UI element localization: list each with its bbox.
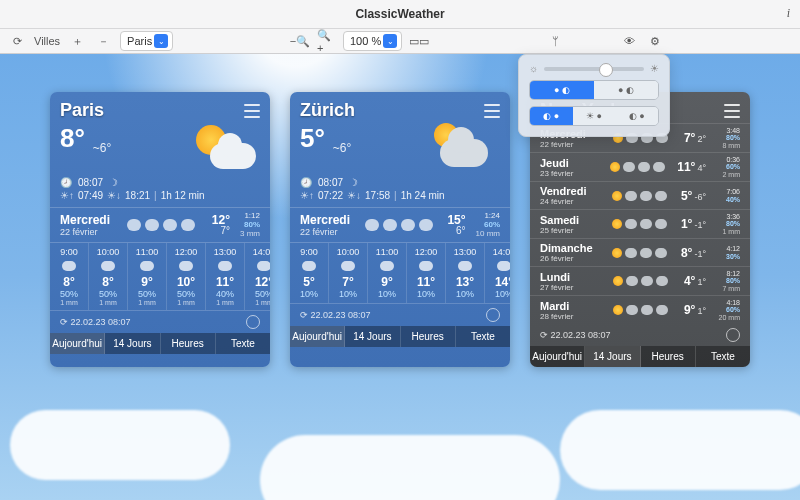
day-date: 28 février [540,312,598,321]
card-tabs: Aujourd'hui14 JoursHeuresTexte [290,326,510,347]
hour-temp: 9° [368,275,406,289]
theme-segment-1[interactable]: ● ◐● ◐ [529,80,659,100]
day-time: 3:36 [726,213,740,220]
brightness-slider[interactable] [544,67,644,71]
hour-column: 12:00 11° 10% [407,243,446,303]
hour-temp: 7° [329,275,367,289]
day-row[interactable]: Dimanche 26 février 8° -1° 4:12 30% [530,238,750,266]
day-lo: 2° [697,134,706,144]
tab-14-jours[interactable]: 14 Jours [345,326,400,347]
day-lo: 1° [697,306,706,316]
local-time: 08:07 [318,177,343,188]
tab-14-jours[interactable]: 14 Jours [105,333,160,354]
window-titlebar: ClassicWeather i [0,0,800,29]
tab-texte[interactable]: Texte [696,346,750,367]
info-button[interactable]: i [787,6,790,21]
day-hi: 1° [681,217,692,231]
day-lo: 4° [697,163,706,173]
tab-texte[interactable]: Texte [456,326,510,347]
zoom-select-value: 100 % [350,35,381,47]
tab-aujourd'hui[interactable]: Aujourd'hui [50,333,105,354]
day-time: 0:36 [726,156,740,163]
appearance-popover: ☼ ☀ ● ◐● ◐ ◐ ●☀ ●◐ ● [518,54,670,137]
hour-column: 14:00 12° 50% 1 mm [245,243,270,310]
hour-precip-pct: 10% [329,289,367,299]
sunrise-time: 07:49 [78,190,103,201]
day-name: Dimanche [540,242,598,254]
day-row[interactable]: Vendredi 24 février 5° -6° 7:06 40% [530,181,750,209]
day-row[interactable]: Jeudi 23 février 11° 4° 0:36 60% 2 mm [530,152,750,181]
zoom-select[interactable]: 100 % ⌄ [343,31,402,51]
hourly-forecast[interactable]: 9:00 8° 50% 1 mm10:00 8° 50% 1 mm11:00 9… [50,243,270,311]
refresh-button[interactable]: ⟳ [8,32,26,50]
theme-segment-2[interactable]: ◐ ●☀ ●◐ ● [529,106,659,126]
card-menu-button[interactable] [722,104,740,118]
remove-city-button[interactable]: － [94,32,112,50]
hourly-forecast[interactable]: 9:00 5° 10% 10:00 7° 10% 11:00 9° 10% 12… [290,243,510,304]
location-button[interactable] [246,315,260,329]
hour-column: 9:00 8° 50% 1 mm [50,243,89,310]
day-precip-pct: 80% [726,277,740,284]
current-low: ~6° [93,141,111,155]
day-name: Samedi [540,214,598,226]
day-precip-pct: 80% [726,134,740,141]
tab-aujourd'hui[interactable]: Aujourd'hui [290,326,345,347]
location-button[interactable] [726,328,740,342]
sunset-icon: ☀↓ [347,190,361,201]
day-period-icons [604,248,675,258]
day-row[interactable]: Lundi 27 février 4° 1° 8:12 80% 7 mm [530,266,750,295]
tab-aujourd'hui[interactable]: Aujourd'hui [530,346,585,367]
day-row[interactable]: Mardi 28 février 9° 1° 4:18 60% 20 mm [530,295,750,324]
day-date: 27 février [540,283,598,292]
hierarchy-button[interactable]: ᛘ [546,32,564,50]
zoom-in-button[interactable]: 🔍+ [317,32,335,50]
hour-precip-mm: 1 mm [206,299,244,306]
hour-label: 9:00 [50,247,88,257]
today-time: 1:12 [244,212,260,221]
today-day-name: Mercredi [60,213,110,227]
card-tabs: Aujourd'hui14 JoursHeuresTexte [530,346,750,367]
hour-column: 13:00 13° 10% [446,243,485,303]
hour-temp: 5° [290,275,328,289]
settings-button[interactable]: ⚙ [646,32,664,50]
layout-button[interactable]: ▭▭ [410,32,428,50]
today-precip-mm: 3 mm [240,230,260,239]
hour-precip-pct: 50% [50,289,88,299]
day-precip-mm: 7 mm [723,285,741,292]
refresh-icon[interactable]: ⟳ [60,317,68,327]
day-row[interactable]: Samedi 25 février 1° -1° 3:36 80% 1 mm [530,209,750,238]
day-period-icons [604,276,678,286]
zoom-out-button[interactable]: −🔍 [291,32,309,50]
tab-texte[interactable]: Texte [216,333,270,354]
refresh-icon[interactable]: ⟳ [540,330,548,340]
chevron-down-icon: ⌄ [383,34,397,48]
tab-14-jours[interactable]: 14 Jours [585,346,640,367]
refresh-icon[interactable]: ⟳ [300,310,308,320]
tab-heures[interactable]: Heures [161,333,216,354]
hour-precip-pct: 10% [290,289,328,299]
add-city-button[interactable]: ＋ [68,32,86,50]
day-hi: 4° [684,274,695,288]
day-lo: -1° [694,220,706,230]
hour-precip-pct: 50% [245,289,270,299]
tab-heures[interactable]: Heures [641,346,696,367]
day-lo: -6° [694,192,706,202]
hour-weather-icon [167,257,205,275]
cities-label: Villes [34,35,60,47]
card-menu-button[interactable] [482,104,500,118]
city-select[interactable]: Paris ⌄ [120,31,173,51]
day-name: Lundi [540,271,598,283]
tab-heures[interactable]: Heures [401,326,456,347]
hour-column: 14:00 14° 10% [485,243,510,303]
appearance-button[interactable]: 👁 [620,32,638,50]
brightness-high-icon: ☀ [650,63,659,74]
location-button[interactable] [486,308,500,322]
day-precip-pct: 80% [726,220,740,227]
hour-label: 9:00 [290,247,328,257]
day-precip-mm: 1 mm [723,228,741,235]
day-hi: 9° [684,303,695,317]
hour-label: 12:00 [167,247,205,257]
moon-phase-icon: ☽ [109,177,118,188]
card-menu-button[interactable] [242,104,260,118]
today-time: 1:24 [484,212,500,221]
